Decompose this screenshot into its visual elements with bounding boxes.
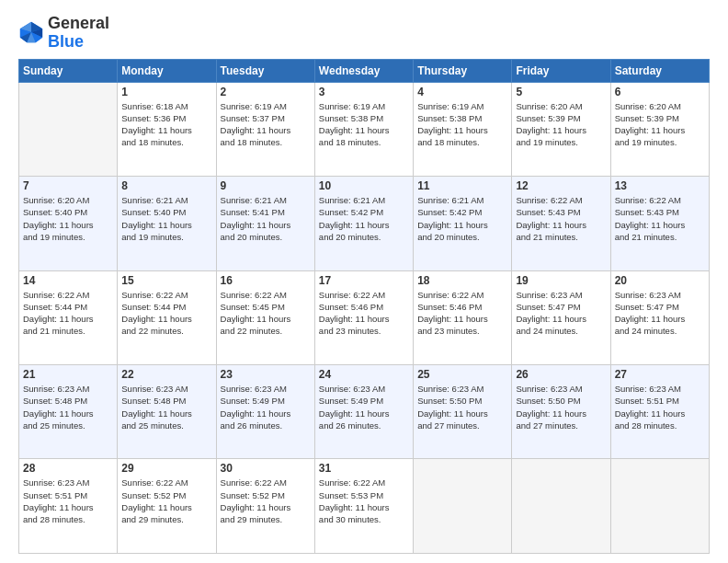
calendar-day-cell: 25Sunrise: 6:23 AMSunset: 5:50 PMDayligh… bbox=[414, 365, 512, 459]
day-info: Sunrise: 6:23 AMSunset: 5:51 PMDaylight:… bbox=[23, 477, 113, 525]
day-number: 13 bbox=[615, 179, 705, 192]
calendar-header-row: SundayMondayTuesdayWednesdayThursdayFrid… bbox=[19, 59, 710, 82]
day-number: 15 bbox=[121, 274, 211, 287]
calendar-day-cell: 24Sunrise: 6:23 AMSunset: 5:49 PMDayligh… bbox=[314, 365, 413, 459]
calendar-header-friday: Friday bbox=[512, 59, 610, 82]
page: General Blue SundayMondayTuesdayWednesda… bbox=[0, 0, 728, 563]
day-info: Sunrise: 6:19 AMSunset: 5:38 PMDaylight:… bbox=[319, 100, 409, 149]
day-info: Sunrise: 6:19 AMSunset: 5:38 PMDaylight:… bbox=[417, 100, 507, 149]
calendar-week-row: 14Sunrise: 6:22 AMSunset: 5:44 PMDayligh… bbox=[19, 270, 710, 364]
day-number: 3 bbox=[319, 86, 409, 98]
calendar-day-cell: 30Sunrise: 6:22 AMSunset: 5:52 PMDayligh… bbox=[216, 459, 314, 554]
calendar-day-cell bbox=[414, 459, 512, 554]
calendar-day-cell: 28Sunrise: 6:23 AMSunset: 5:51 PMDayligh… bbox=[19, 459, 118, 554]
day-number: 17 bbox=[319, 274, 409, 287]
day-info: Sunrise: 6:23 AMSunset: 5:49 PMDaylight:… bbox=[221, 383, 311, 431]
day-info: Sunrise: 6:22 AMSunset: 5:43 PMDaylight:… bbox=[516, 194, 606, 243]
day-number: 20 bbox=[615, 274, 705, 287]
day-number: 2 bbox=[221, 86, 311, 98]
calendar-header-saturday: Saturday bbox=[610, 59, 709, 82]
day-info: Sunrise: 6:23 AMSunset: 5:49 PMDaylight:… bbox=[319, 383, 409, 431]
logo-text: General Blue bbox=[48, 15, 109, 52]
calendar-day-cell: 1Sunrise: 6:18 AMSunset: 5:36 PMDaylight… bbox=[118, 82, 216, 176]
header: General Blue bbox=[18, 15, 710, 52]
calendar-day-cell bbox=[19, 82, 118, 176]
day-number: 22 bbox=[121, 368, 211, 381]
day-number: 18 bbox=[417, 274, 507, 287]
calendar-day-cell: 12Sunrise: 6:22 AMSunset: 5:43 PMDayligh… bbox=[512, 177, 610, 270]
calendar-header-wednesday: Wednesday bbox=[314, 59, 413, 82]
day-info: Sunrise: 6:22 AMSunset: 5:45 PMDaylight:… bbox=[221, 289, 311, 338]
day-number: 11 bbox=[417, 179, 507, 192]
calendar-day-cell: 27Sunrise: 6:23 AMSunset: 5:51 PMDayligh… bbox=[610, 365, 709, 459]
calendar-day-cell: 15Sunrise: 6:22 AMSunset: 5:44 PMDayligh… bbox=[118, 270, 216, 364]
day-info: Sunrise: 6:21 AMSunset: 5:42 PMDaylight:… bbox=[319, 194, 409, 243]
calendar-day-cell: 26Sunrise: 6:23 AMSunset: 5:50 PMDayligh… bbox=[512, 365, 610, 459]
day-number: 19 bbox=[516, 274, 606, 287]
day-number: 16 bbox=[221, 274, 311, 287]
calendar-day-cell: 18Sunrise: 6:22 AMSunset: 5:46 PMDayligh… bbox=[414, 270, 512, 364]
day-info: Sunrise: 6:23 AMSunset: 5:47 PMDaylight:… bbox=[615, 289, 705, 338]
day-number: 7 bbox=[23, 179, 113, 192]
calendar-day-cell: 19Sunrise: 6:23 AMSunset: 5:47 PMDayligh… bbox=[512, 270, 610, 364]
day-number: 25 bbox=[417, 368, 507, 381]
calendar-day-cell bbox=[610, 459, 709, 554]
day-number: 28 bbox=[23, 462, 113, 475]
calendar-header-tuesday: Tuesday bbox=[216, 59, 314, 82]
calendar-day-cell: 20Sunrise: 6:23 AMSunset: 5:47 PMDayligh… bbox=[610, 270, 709, 364]
day-info: Sunrise: 6:20 AMSunset: 5:39 PMDaylight:… bbox=[615, 100, 705, 149]
day-info: Sunrise: 6:22 AMSunset: 5:53 PMDaylight:… bbox=[319, 477, 409, 525]
calendar-day-cell: 3Sunrise: 6:19 AMSunset: 5:38 PMDaylight… bbox=[314, 82, 413, 176]
calendar-day-cell: 9Sunrise: 6:21 AMSunset: 5:41 PMDaylight… bbox=[216, 177, 314, 270]
calendar-day-cell: 2Sunrise: 6:19 AMSunset: 5:37 PMDaylight… bbox=[216, 82, 314, 176]
day-number: 23 bbox=[221, 368, 311, 381]
day-number: 21 bbox=[23, 368, 113, 381]
calendar-day-cell: 4Sunrise: 6:19 AMSunset: 5:38 PMDaylight… bbox=[414, 82, 512, 176]
day-info: Sunrise: 6:22 AMSunset: 5:44 PMDaylight:… bbox=[23, 289, 113, 338]
logo-icon bbox=[18, 20, 44, 46]
day-info: Sunrise: 6:22 AMSunset: 5:52 PMDaylight:… bbox=[221, 477, 311, 525]
logo: General Blue bbox=[18, 15, 109, 52]
day-info: Sunrise: 6:21 AMSunset: 5:42 PMDaylight:… bbox=[417, 194, 507, 243]
calendar-day-cell: 13Sunrise: 6:22 AMSunset: 5:43 PMDayligh… bbox=[610, 177, 709, 270]
day-info: Sunrise: 6:23 AMSunset: 5:47 PMDaylight:… bbox=[516, 289, 606, 338]
day-number: 30 bbox=[221, 462, 311, 475]
calendar-day-cell: 14Sunrise: 6:22 AMSunset: 5:44 PMDayligh… bbox=[19, 270, 118, 364]
day-number: 10 bbox=[319, 179, 409, 192]
day-info: Sunrise: 6:23 AMSunset: 5:51 PMDaylight:… bbox=[615, 383, 705, 431]
calendar-day-cell: 22Sunrise: 6:23 AMSunset: 5:48 PMDayligh… bbox=[118, 365, 216, 459]
day-number: 9 bbox=[221, 179, 311, 192]
day-info: Sunrise: 6:23 AMSunset: 5:48 PMDaylight:… bbox=[23, 383, 113, 431]
calendar-day-cell: 31Sunrise: 6:22 AMSunset: 5:53 PMDayligh… bbox=[314, 459, 413, 554]
calendar-day-cell bbox=[512, 459, 610, 554]
day-info: Sunrise: 6:21 AMSunset: 5:40 PMDaylight:… bbox=[121, 194, 211, 243]
day-info: Sunrise: 6:22 AMSunset: 5:46 PMDaylight:… bbox=[319, 289, 409, 338]
day-number: 29 bbox=[121, 462, 211, 475]
day-info: Sunrise: 6:20 AMSunset: 5:40 PMDaylight:… bbox=[23, 194, 113, 243]
day-info: Sunrise: 6:23 AMSunset: 5:50 PMDaylight:… bbox=[417, 383, 507, 431]
calendar-day-cell: 16Sunrise: 6:22 AMSunset: 5:45 PMDayligh… bbox=[216, 270, 314, 364]
calendar-week-row: 7Sunrise: 6:20 AMSunset: 5:40 PMDaylight… bbox=[19, 177, 710, 270]
calendar-day-cell: 5Sunrise: 6:20 AMSunset: 5:39 PMDaylight… bbox=[512, 82, 610, 176]
day-info: Sunrise: 6:21 AMSunset: 5:41 PMDaylight:… bbox=[221, 194, 311, 243]
day-number: 12 bbox=[516, 179, 606, 192]
day-number: 4 bbox=[417, 86, 507, 98]
day-number: 24 bbox=[319, 368, 409, 381]
day-number: 6 bbox=[615, 86, 705, 98]
calendar-header-thursday: Thursday bbox=[414, 59, 512, 82]
calendar-day-cell: 8Sunrise: 6:21 AMSunset: 5:40 PMDaylight… bbox=[118, 177, 216, 270]
day-info: Sunrise: 6:22 AMSunset: 5:43 PMDaylight:… bbox=[615, 194, 705, 243]
day-number: 1 bbox=[121, 86, 211, 98]
day-info: Sunrise: 6:22 AMSunset: 5:44 PMDaylight:… bbox=[121, 289, 211, 338]
calendar-day-cell: 11Sunrise: 6:21 AMSunset: 5:42 PMDayligh… bbox=[414, 177, 512, 270]
calendar-day-cell: 10Sunrise: 6:21 AMSunset: 5:42 PMDayligh… bbox=[314, 177, 413, 270]
calendar-day-cell: 21Sunrise: 6:23 AMSunset: 5:48 PMDayligh… bbox=[19, 365, 118, 459]
calendar-day-cell: 6Sunrise: 6:20 AMSunset: 5:39 PMDaylight… bbox=[610, 82, 709, 176]
calendar-week-row: 21Sunrise: 6:23 AMSunset: 5:48 PMDayligh… bbox=[19, 365, 710, 459]
day-number: 26 bbox=[516, 368, 606, 381]
calendar-week-row: 1Sunrise: 6:18 AMSunset: 5:36 PMDaylight… bbox=[19, 82, 710, 176]
day-number: 14 bbox=[23, 274, 113, 287]
day-info: Sunrise: 6:18 AMSunset: 5:36 PMDaylight:… bbox=[121, 100, 211, 149]
day-info: Sunrise: 6:23 AMSunset: 5:48 PMDaylight:… bbox=[121, 383, 211, 431]
calendar-day-cell: 17Sunrise: 6:22 AMSunset: 5:46 PMDayligh… bbox=[314, 270, 413, 364]
